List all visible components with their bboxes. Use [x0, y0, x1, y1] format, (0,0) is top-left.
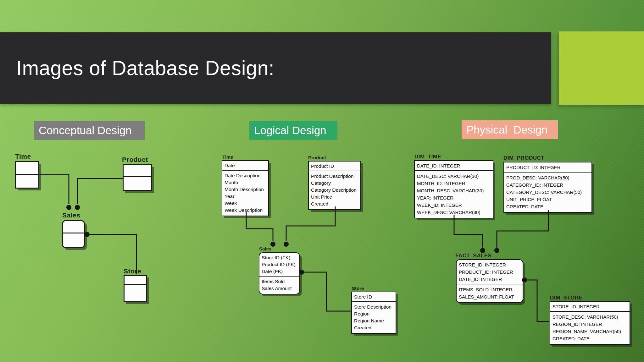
fact-sales-key: DATE_ID: INTEGER [459, 276, 520, 283]
entity-label-product: Product [122, 156, 148, 163]
dim-product-attr: CREATED: DATE [506, 203, 589, 210]
entity-product-top [124, 165, 151, 177]
fact-sales-attr: ITEMS_SOLD: INTEGER [459, 286, 520, 293]
dim-time-key: DATE_ID: INTEGER [417, 162, 491, 169]
connector-dot [284, 242, 289, 247]
entity-label-sales: Sales [62, 211, 80, 219]
table-label-time: Time [222, 154, 233, 160]
fact-sales-attr: SALES_AMOUNT: FLOAT [459, 293, 520, 300]
entity-sales-top [63, 221, 84, 233]
table-time-attr: Week [225, 200, 266, 207]
table-sales: Store ID (FK) Product ID (FK) Date (FK) … [259, 252, 300, 294]
fact-sales-key: STORE_ID: INTEGER [459, 261, 520, 268]
table-sales-key: Store ID (FK) [262, 254, 297, 261]
table-label-sales: Sales [259, 246, 271, 251]
table-store-attr: Region Name [354, 317, 393, 324]
fact-sales-key: PRODUCT_ID: INTEGER [459, 268, 520, 276]
table-product-attr: Category Description [311, 187, 358, 194]
entity-time-top [16, 162, 38, 175]
page-title: Images of Database Design: [0, 57, 275, 80]
connector-dot [75, 205, 80, 210]
connector-dot [66, 205, 71, 210]
connector-dot [494, 248, 499, 253]
table-label-dim-time: DIM_TIME [414, 154, 441, 160]
dim-time-attr: YEAR: INTEGER [417, 194, 491, 201]
dim-time-attr: MONTH_ID: INTEGER [417, 180, 491, 187]
dim-product-attr: PROD_DESC: VARCHAR(50) [506, 174, 589, 181]
table-product-attr: Unit Price [311, 194, 358, 200]
entity-label-time: Time [15, 153, 31, 160]
table-label-dim-store: DIM_STORE [550, 295, 582, 301]
physical-design-label: Physical Design [462, 120, 558, 139]
entity-sales [62, 220, 85, 248]
connector-lproduct-lsales [286, 206, 335, 241]
dim-store-attr: STORE_DESC: VARCHAR(50) [552, 313, 627, 321]
connector-lsales-lstore [302, 272, 351, 311]
dim-time-attr: MONTH_DESC: VARCHAR(30) [417, 187, 491, 194]
dim-product-attr: CATEGORY_ID: INTEGER [506, 181, 589, 189]
table-dim-time: DATE_ID: INTEGER DATE_DESC: VARCHAR(30) … [414, 160, 493, 218]
table-product: Product ID Product Description Category … [308, 161, 361, 210]
dim-store-attr: REGION_NAME: VARCHAR(50) [552, 328, 627, 335]
table-label-dim-product: DIM_PRODUCT [503, 155, 544, 161]
table-product-attr: Product Description [311, 173, 358, 180]
conceptual-design-label: Conceptual Design [34, 121, 145, 140]
logical-design-label-text: Logical Design [254, 124, 326, 137]
dim-store-key: STORE_ID: INTEGER [552, 303, 627, 310]
entity-time [15, 161, 39, 189]
table-dim-product: PRODUCT_ID: INTEGER PROD_DESC: VARCHAR(5… [503, 162, 592, 213]
table-store-attr: Region [354, 310, 393, 317]
entity-label-store: Store [124, 267, 141, 275]
connector-dimtime-factsales [454, 215, 483, 248]
table-sales-key: Date (FK) [262, 268, 297, 275]
connector-product-sales [77, 178, 123, 204]
dim-product-attr: UNIT_PRICE: FLOAT [506, 196, 589, 203]
table-product-key: Product ID [311, 163, 358, 170]
table-time-attr: Month Description [225, 186, 266, 193]
table-product-attr: Created [311, 200, 358, 207]
connector-dot [480, 248, 485, 253]
table-store-key: Store ID [354, 293, 393, 300]
table-time-attr: Year [225, 193, 266, 200]
physical-design-label-text: Physical Design [466, 123, 548, 136]
dim-product-key: PRODUCT_ID: INTEGER [506, 164, 589, 171]
dim-time-attr: WEEK_ID: INTEGER [417, 201, 491, 209]
table-time-attr: Week Description [225, 207, 266, 214]
dim-product-attr: CATEGORY_DESC: VARCHAR(50) [506, 189, 589, 196]
connector-dimproduct-factsales [497, 210, 548, 248]
dim-time-attr: WEEK_DESC: VARCHAR(30) [417, 209, 491, 216]
table-time-attr: Date Description [225, 172, 266, 179]
table-time-key: Date [225, 162, 266, 169]
entity-store [124, 275, 147, 302]
table-label-store: Store [352, 286, 364, 291]
table-time: Date Date Description Month Month Descri… [222, 160, 269, 216]
dim-store-attr: REGION_ID: INTEGER [552, 321, 627, 328]
table-store-attr: Store Description [354, 304, 393, 310]
logical-design-label: Logical Design [249, 121, 337, 140]
table-fact-sales: STORE_ID: INTEGER PRODUCT_ID: INTEGER DA… [456, 259, 523, 303]
conceptual-design-label-text: Conceptual Design [39, 124, 132, 137]
title-bar: Images of Database Design: [0, 32, 551, 104]
table-dim-store: STORE_ID: INTEGER STORE_DESC: VARCHAR(50… [550, 301, 630, 345]
connector-time-sales [39, 175, 69, 204]
table-label-fact-sales: FACT_SALES [455, 253, 492, 259]
connector-dot [85, 232, 90, 237]
dim-store-attr: CREATED: DATE [552, 335, 627, 342]
connector-factsales-dimstore [525, 280, 549, 321]
table-product-attr: Category [311, 180, 358, 187]
table-sales-attr: Sales Amount [262, 285, 297, 292]
table-time-attr: Month [225, 179, 266, 186]
dim-time-attr: DATE_DESC: VARCHAR(30) [417, 173, 491, 180]
accent-square [559, 31, 644, 105]
table-sales-attr: Items Sold [262, 278, 297, 285]
entity-product [123, 164, 152, 191]
connector-ltime-lsales [246, 212, 273, 241]
entity-store-top [125, 276, 146, 285]
table-store: Store ID Store Description Region Region… [351, 292, 396, 334]
table-store-attr: Created [354, 324, 393, 331]
table-label-product: Product [308, 155, 326, 160]
slide: { "title": "Images of Database Design:",… [0, 0, 644, 362]
table-sales-key: Product ID (FK) [262, 261, 297, 268]
